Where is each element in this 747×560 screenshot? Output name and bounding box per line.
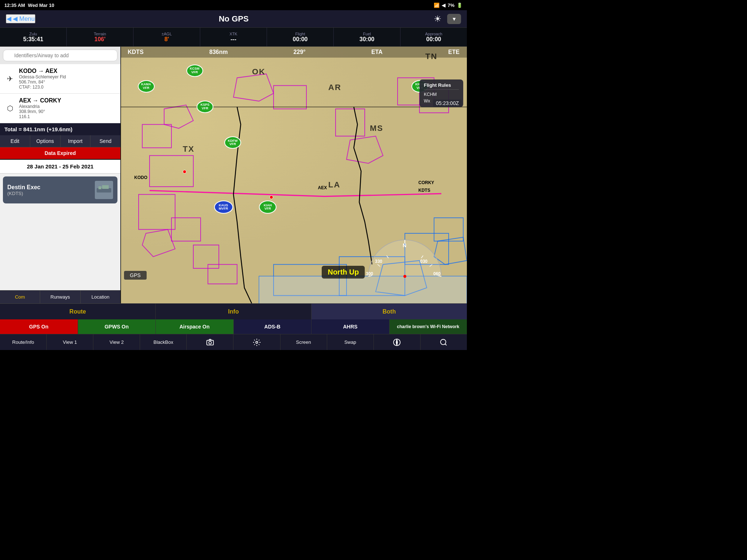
route-item-1[interactable]: ✈ KODO → AEX Odessa-Schlemeyer Fld 506.7… xyxy=(0,64,120,94)
main-content: 🔍 ✈ KODO → AEX Odessa-Schlemeyer Fld 506… xyxy=(0,47,467,303)
search-bar: 🔍 xyxy=(0,47,120,64)
title-bar: ◀ ◀ Menu No GPS ☀ ▼ xyxy=(0,10,467,28)
agl-cell: ±AGL 8' xyxy=(133,28,200,46)
dest-id: (KDTS) xyxy=(7,191,91,196)
terrain-cell: Terrain 106' xyxy=(67,28,133,46)
svg-point-47 xyxy=(441,339,446,345)
swap-nav-button[interactable]: Swap xyxy=(327,334,374,350)
menu-label: ◀ Menu xyxy=(13,15,35,23)
route-detail-1a: Odessa-Schlemeyer Fld xyxy=(19,74,116,79)
tn-state-label: TN xyxy=(425,52,437,61)
route-title-1: KODO → AEX xyxy=(19,68,116,74)
edit-button[interactable]: Edit xyxy=(0,135,30,147)
route-info-strip: Route Info Both xyxy=(0,303,467,319)
search-nav-button[interactable] xyxy=(421,334,467,350)
ok-state-label: OK xyxy=(252,67,266,77)
route-detail-2b: 308.9nm, 90° xyxy=(19,109,116,114)
camera-nav-button[interactable] xyxy=(187,334,233,350)
dest-name: Destin Exec xyxy=(7,184,91,191)
gpws-status[interactable]: GPWS On xyxy=(78,319,156,334)
date-range-bar: 28 Jan 2021 - 25 Feb 2021 xyxy=(0,160,120,174)
location-tab[interactable]: Location xyxy=(81,291,120,303)
fuel-value: 30:00 xyxy=(360,36,375,43)
flight-rules-kchm: KCHM xyxy=(424,91,459,98)
svg-rect-2 xyxy=(98,186,101,189)
status-date: Wed Mar 10 xyxy=(28,3,54,8)
options-button[interactable]: Options xyxy=(30,135,61,147)
menu-chevron: ◀ xyxy=(7,15,11,23)
ete-header: ETE xyxy=(448,49,460,55)
gulf-marker xyxy=(270,195,273,199)
agl-value: 8' xyxy=(165,36,169,43)
dest-card[interactable]: Destin Exec (KDTS) xyxy=(3,176,117,203)
corky-label: CORKY xyxy=(418,180,434,185)
battery-percent: 7% xyxy=(448,3,454,8)
menu-button[interactable]: ◀ ◀ Menu xyxy=(6,14,35,23)
route-item-2[interactable]: ⬡ AEX → CORKY Alexandria 308.9nm, 90° 11… xyxy=(0,94,120,123)
heading-header: 229° xyxy=(294,49,306,55)
title-right-controls: ☀ ▼ xyxy=(432,13,461,25)
blackbox-nav-button[interactable]: BlackBox xyxy=(140,334,187,350)
dropdown-button[interactable]: ▼ xyxy=(447,14,461,24)
route-info-nav-button[interactable]: Route/Info xyxy=(0,334,47,350)
gps-status[interactable]: GPS On xyxy=(0,319,78,334)
svg-marker-46 xyxy=(396,339,398,345)
com-tab[interactable]: Com xyxy=(0,291,40,303)
wifi-status: charlie brown's Wi-Fi Network xyxy=(390,319,467,334)
kcsm-airport[interactable]: KCSMVFR xyxy=(186,65,203,77)
status-bar: 12:35 AM Wed Mar 10 📶 ◀ 7% 🔋 xyxy=(0,0,467,10)
route-detail-2c: 116.1 xyxy=(19,114,116,119)
svg-line-48 xyxy=(445,344,447,345)
bottom-nav: Route/Info View 1 View 2 BlackBox Screen… xyxy=(0,334,467,350)
left-panel: 🔍 ✈ KODO → AEX Odessa-Schlemeyer Fld 506… xyxy=(0,47,120,303)
map-area[interactable]: KDTS 836nm 229° ETA ETE OK AR TN TX MS L… xyxy=(120,47,467,303)
screen-nav-button[interactable]: Screen xyxy=(280,334,327,350)
compass-nav-button[interactable] xyxy=(374,334,421,350)
route-strip-button[interactable]: Route xyxy=(0,304,156,319)
agl-label: ±AGL xyxy=(162,32,172,36)
xtk-value: --- xyxy=(231,36,236,43)
import-button[interactable]: Import xyxy=(61,135,91,147)
terrain-label: Terrain xyxy=(94,32,106,36)
svg-text:N: N xyxy=(403,242,406,248)
search-input[interactable] xyxy=(3,50,117,61)
flight-bar: Zulu 5:35:41 Terrain 106' ±AGL 8' XTK --… xyxy=(0,28,467,47)
flight-label: Flight xyxy=(295,32,305,36)
zulu-cell: Zulu 5:35:41 xyxy=(0,28,67,46)
gps-label[interactable]: GPS xyxy=(124,271,147,280)
compass-rose: 300 330 N 030 060 xyxy=(365,238,445,280)
adsb-status[interactable]: ADS-B xyxy=(234,319,312,334)
ahrs-status[interactable]: AHRS xyxy=(311,319,390,334)
ksps-airport[interactable]: KSPSVFR xyxy=(197,101,213,113)
zulu-label: Zulu xyxy=(29,32,37,36)
kodo-marker xyxy=(183,170,186,174)
runways-tab[interactable]: Runways xyxy=(40,291,80,303)
route-icon-1: ✈ xyxy=(4,74,15,83)
route-info-1: KODO → AEX Odessa-Schlemeyer Fld 506.7nm… xyxy=(19,68,116,90)
airspace-status[interactable]: Airspace On xyxy=(156,319,234,334)
approach-value: 00:00 xyxy=(426,36,441,43)
route-detail-2a: Alexandria xyxy=(19,104,116,109)
settings-nav-button[interactable] xyxy=(233,334,280,350)
send-button[interactable]: Send xyxy=(90,135,120,147)
kama-airport[interactable]: KAMAVFR xyxy=(138,80,155,93)
view1-nav-button[interactable]: View 1 xyxy=(47,334,93,350)
kaus-airport[interactable]: KAUSMVFR xyxy=(214,201,233,214)
route-detail-1b: 506.7nm, 84° xyxy=(19,79,116,85)
action-bar: Edit Options Import Send xyxy=(0,135,120,147)
distance-header: 836nm xyxy=(209,49,228,55)
route-info-2: AEX → CORKY Alexandria 308.9nm, 90° 116.… xyxy=(19,97,116,119)
both-strip-button[interactable]: Both xyxy=(311,304,467,319)
brightness-button[interactable]: ☀ xyxy=(432,13,444,25)
left-bottom-tabs: Com Runways Location xyxy=(0,290,120,303)
route-title-2: AEX → CORKY xyxy=(19,97,116,104)
approach-label: Approach xyxy=(425,32,442,36)
flight-cell: Flight 00:00 xyxy=(267,28,334,46)
svg-point-44 xyxy=(256,341,258,343)
map-timestamp: 05:23:00Z xyxy=(433,100,462,107)
fuel-cell: Fuel 30:00 xyxy=(334,28,400,46)
view2-nav-button[interactable]: View 2 xyxy=(93,334,140,350)
battery-icon: 🔋 xyxy=(457,3,462,8)
kodo-label: KODO xyxy=(134,175,147,180)
info-strip-button[interactable]: Info xyxy=(156,304,311,319)
